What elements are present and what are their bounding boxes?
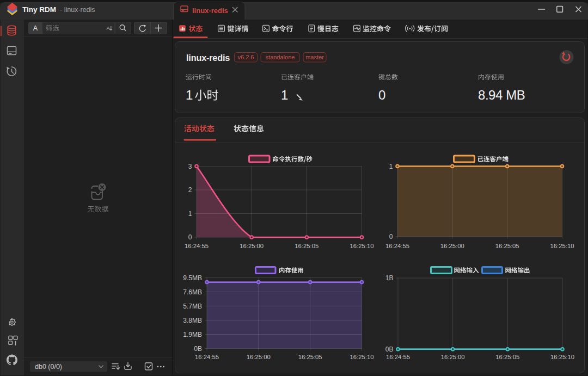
svg-text:0B: 0B <box>385 346 394 353</box>
svg-text:16:25:10: 16:25:10 <box>550 243 574 249</box>
svg-text:16:25:10: 16:25:10 <box>350 354 374 360</box>
svg-text:A: A <box>107 25 111 31</box>
svg-text:16:25:00: 16:25:00 <box>240 243 264 249</box>
svg-text:1: 1 <box>389 163 393 170</box>
svg-text:16:25:05: 16:25:05 <box>495 354 519 360</box>
svg-text:Tiny RDM: Tiny RDM <box>22 5 56 14</box>
svg-text:1B: 1B <box>385 274 394 282</box>
svg-text:A: A <box>33 24 38 32</box>
svg-text:3: 3 <box>188 163 192 170</box>
svg-text:3.8MB: 3.8MB <box>183 317 202 324</box>
svg-text:16:24:55: 16:24:55 <box>195 354 219 360</box>
svg-text:1: 1 <box>281 88 288 102</box>
svg-text:16:25:05: 16:25:05 <box>298 354 322 360</box>
svg-text:0: 0 <box>188 233 192 241</box>
svg-text:linux-redis: linux-redis <box>186 53 230 63</box>
svg-text:16:25:10: 16:25:10 <box>550 354 574 360</box>
svg-text:5.7MB: 5.7MB <box>183 303 202 310</box>
svg-text:db0 (0/0): db0 (0/0) <box>35 363 62 371</box>
svg-text:16:25:00: 16:25:00 <box>441 354 465 360</box>
svg-text:16:25:00: 16:25:00 <box>247 354 271 360</box>
svg-text:master: master <box>305 54 324 60</box>
svg-text:standalone: standalone <box>266 54 295 60</box>
svg-text:16:25:10: 16:25:10 <box>350 243 374 249</box>
svg-text:16:25:05: 16:25:05 <box>295 243 318 249</box>
svg-text:linux-redis: linux-redis <box>192 7 228 15</box>
svg-text:7.6MB: 7.6MB <box>183 288 202 296</box>
svg-text:0B: 0B <box>194 345 202 353</box>
svg-text:0: 0 <box>389 233 393 241</box>
svg-text:8.94 MB: 8.94 MB <box>478 88 525 102</box>
svg-text:9.5MB: 9.5MB <box>183 274 202 282</box>
svg-text:2: 2 <box>188 186 192 194</box>
svg-text:16:24:55: 16:24:55 <box>386 354 410 360</box>
svg-text:16:25:00: 16:25:00 <box>440 243 464 249</box>
svg-text:v6.2.6: v6.2.6 <box>238 54 254 60</box>
svg-text:- linux-redis: - linux-redis <box>60 6 95 14</box>
svg-text:1.9MB: 1.9MB <box>183 331 202 338</box>
svg-text:16:25:05: 16:25:05 <box>495 243 519 249</box>
svg-text:1: 1 <box>188 210 192 218</box>
svg-text:16:24:55: 16:24:55 <box>385 243 409 249</box>
svg-text:0: 0 <box>378 88 385 102</box>
svg-text:1: 1 <box>186 88 193 102</box>
svg-text:16:24:55: 16:24:55 <box>185 243 209 249</box>
